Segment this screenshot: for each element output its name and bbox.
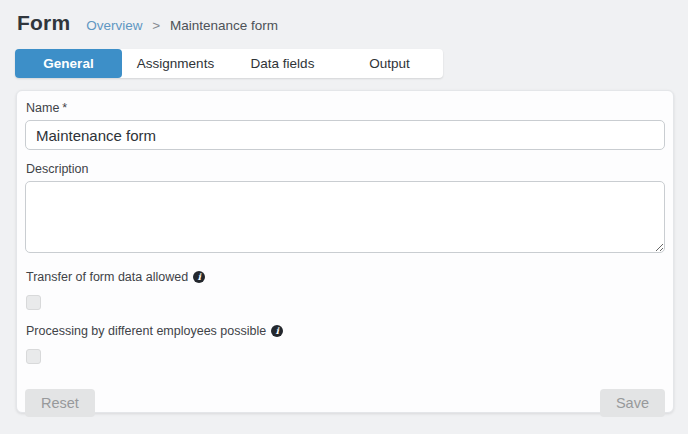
name-label: Name * [26, 101, 665, 115]
transfer-label: Transfer of form data allowed i [26, 270, 665, 284]
reset-button[interactable]: Reset [25, 389, 95, 417]
breadcrumb-current: Maintenance form [170, 18, 278, 33]
description-label: Description [26, 162, 665, 176]
required-marker: * [62, 101, 67, 115]
form-card: Name * Description Transfer of form data… [16, 90, 674, 413]
description-label-text: Description [26, 162, 89, 176]
breadcrumb-overview-link[interactable]: Overview [86, 18, 142, 33]
name-input[interactable] [25, 120, 665, 150]
transfer-label-text: Transfer of form data allowed [26, 270, 188, 284]
tab-output[interactable]: Output [336, 49, 443, 78]
save-button[interactable]: Save [600, 389, 665, 417]
page-header: Form Overview > Maintenance form [0, 0, 688, 35]
tab-bar: General Assignments Data fields Output [15, 49, 443, 78]
processing-label: Processing by different employees possib… [26, 324, 665, 338]
breadcrumb: Overview > Maintenance form [86, 18, 278, 33]
tab-assignments[interactable]: Assignments [122, 49, 229, 78]
name-label-text: Name [26, 101, 59, 115]
tab-data-fields[interactable]: Data fields [229, 49, 336, 78]
description-textarea[interactable] [25, 181, 665, 253]
info-icon: i [271, 325, 283, 337]
button-row: Reset Save [25, 389, 665, 417]
processing-checkbox[interactable] [26, 349, 41, 364]
processing-label-text: Processing by different employees possib… [26, 324, 266, 338]
page-title: Form [17, 11, 70, 35]
transfer-checkbox[interactable] [26, 295, 41, 310]
tab-general[interactable]: General [15, 49, 122, 78]
info-icon: i [193, 271, 205, 283]
breadcrumb-separator: > [152, 18, 160, 33]
